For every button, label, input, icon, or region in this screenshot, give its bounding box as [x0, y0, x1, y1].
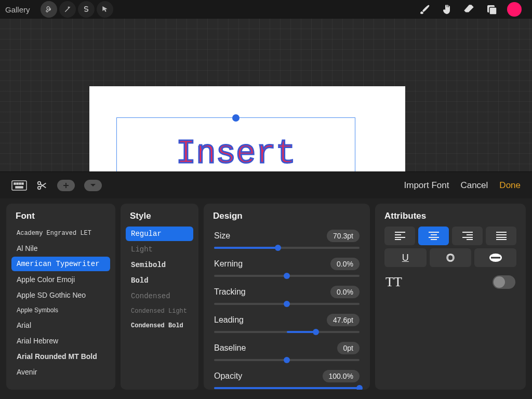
- actions-button[interactable]: [41, 1, 57, 18]
- svg-rect-19: [467, 234, 473, 235]
- font-item[interactable]: Academy Engraved LET: [11, 227, 110, 240]
- svg-point-8: [38, 181, 41, 184]
- svg-rect-14: [429, 232, 439, 233]
- font-item[interactable]: Apple Color Emoji: [11, 272, 110, 287]
- svg-rect-17: [431, 239, 437, 240]
- design-row: Baseline0pt: [209, 339, 365, 354]
- design-value[interactable]: 0pt: [337, 342, 360, 354]
- style-list[interactable]: RegularLightSemiboldBoldCondensedCondens…: [126, 227, 193, 332]
- selection-button[interactable]: [78, 1, 95, 18]
- design-label: Leading: [214, 315, 327, 325]
- font-item[interactable]: Arial Rounded MT Bold: [11, 349, 110, 364]
- svg-rect-1: [489, 7, 497, 15]
- adjustments-button[interactable]: [59, 1, 76, 18]
- style-title: Style: [130, 211, 189, 221]
- layers-icon: [485, 3, 498, 16]
- align-center-icon: [429, 232, 439, 240]
- text-panel-bar: Import Font Cancel Done: [0, 171, 532, 198]
- svg-rect-15: [431, 234, 437, 235]
- active-color[interactable]: [507, 2, 522, 17]
- vertical-text-row: TT: [385, 274, 515, 290]
- svg-rect-24: [496, 237, 507, 238]
- canvas-area[interactable]: Insert quote: [0, 19, 532, 171]
- font-item[interactable]: Avenir: [11, 365, 110, 379]
- text-handle[interactable]: [232, 114, 240, 122]
- design-value[interactable]: 47.6pt: [327, 314, 360, 326]
- design-row: Leading47.6pt: [209, 311, 365, 326]
- design-value[interactable]: 70.3pt: [327, 230, 360, 242]
- smudge-tool[interactable]: [441, 3, 453, 16]
- svg-rect-10: [395, 232, 405, 233]
- design-label: Baseline: [214, 343, 337, 353]
- scissors-icon: [36, 180, 48, 191]
- chevron-down-icon: [89, 183, 97, 188]
- svg-rect-4: [17, 183, 18, 184]
- font-item[interactable]: Arial: [11, 318, 110, 332]
- more-button[interactable]: [84, 180, 102, 191]
- design-card: Design Size70.3ptKerning0.0%Tracking0.0%…: [204, 204, 370, 390]
- design-slider[interactable]: [214, 243, 360, 252]
- toolbar-left: Gallery: [5, 1, 113, 18]
- font-item[interactable]: Arial Hebrew: [11, 334, 110, 348]
- align-justify-icon: [496, 232, 507, 240]
- svg-rect-7: [16, 187, 23, 188]
- layers-tool[interactable]: [485, 3, 498, 16]
- svg-rect-21: [467, 239, 473, 240]
- outline-button[interactable]: O: [430, 248, 472, 267]
- svg-rect-5: [19, 183, 21, 184]
- add-button[interactable]: [57, 180, 75, 191]
- design-label: Tracking: [214, 287, 330, 297]
- cut-button[interactable]: [36, 180, 48, 191]
- done-button[interactable]: Done: [499, 180, 521, 191]
- underline-button[interactable]: U: [384, 248, 427, 267]
- gallery-link[interactable]: Gallery: [5, 5, 30, 14]
- transform-button[interactable]: [97, 1, 113, 18]
- style-item[interactable]: Condensed Bold: [126, 319, 193, 332]
- text-line-1: Insert: [117, 127, 355, 171]
- cancel-button[interactable]: Cancel: [460, 180, 488, 191]
- font-item[interactable]: Apple SD Gothic Neo: [11, 288, 110, 302]
- align-left-button[interactable]: [384, 227, 415, 245]
- plus-icon: [62, 182, 70, 189]
- strikethrough-button[interactable]: [474, 248, 516, 267]
- svg-rect-2: [12, 181, 26, 190]
- style-item[interactable]: Semibold: [126, 258, 193, 272]
- eraser-tool[interactable]: [462, 3, 476, 16]
- import-font-button[interactable]: Import Font: [404, 180, 449, 191]
- font-item[interactable]: American Typewriter: [11, 257, 110, 271]
- brush-icon: [419, 3, 431, 16]
- font-item[interactable]: Al Nile: [11, 241, 110, 256]
- svg-rect-3: [14, 183, 16, 184]
- style-item[interactable]: Light: [126, 242, 193, 257]
- svg-rect-20: [462, 237, 473, 238]
- design-slider[interactable]: [214, 299, 360, 309]
- attributes-card: Attributes U O TT: [375, 204, 526, 390]
- canvas-text[interactable]: Insert quote: [117, 118, 355, 171]
- font-item[interactable]: Apple Symbols: [11, 303, 110, 317]
- attributes-title: Attributes: [384, 211, 516, 221]
- align-center-button[interactable]: [418, 227, 449, 245]
- align-justify-button[interactable]: [486, 227, 516, 245]
- design-value[interactable]: 100.0%: [323, 370, 360, 382]
- align-right-button[interactable]: [452, 227, 483, 245]
- text-bounding-box[interactable]: Insert quote: [116, 117, 355, 171]
- keyboard-button[interactable]: [11, 180, 27, 191]
- toolbar-right: [419, 2, 527, 17]
- eraser-icon: [462, 3, 476, 16]
- vertical-text-toggle[interactable]: [493, 275, 515, 289]
- brush-tool[interactable]: [419, 3, 431, 16]
- underline-icon: U: [402, 252, 409, 263]
- style-card: Style RegularLightSemiboldBoldCondensedC…: [121, 204, 198, 390]
- design-slider[interactable]: [214, 355, 360, 365]
- style-item[interactable]: Bold: [126, 273, 193, 288]
- style-item[interactable]: Condensed Light: [126, 304, 193, 318]
- design-value[interactable]: 0.0%: [330, 258, 360, 270]
- font-list[interactable]: Academy Engraved LETAl NileAmerican Type…: [11, 227, 110, 379]
- style-item[interactable]: Condensed: [126, 289, 193, 303]
- design-slider[interactable]: [214, 383, 360, 390]
- design-value[interactable]: 0.0%: [330, 286, 360, 298]
- arrow-cursor-icon: [101, 5, 109, 14]
- style-item[interactable]: Regular: [126, 227, 193, 241]
- design-slider[interactable]: [214, 271, 360, 281]
- design-slider[interactable]: [214, 327, 360, 337]
